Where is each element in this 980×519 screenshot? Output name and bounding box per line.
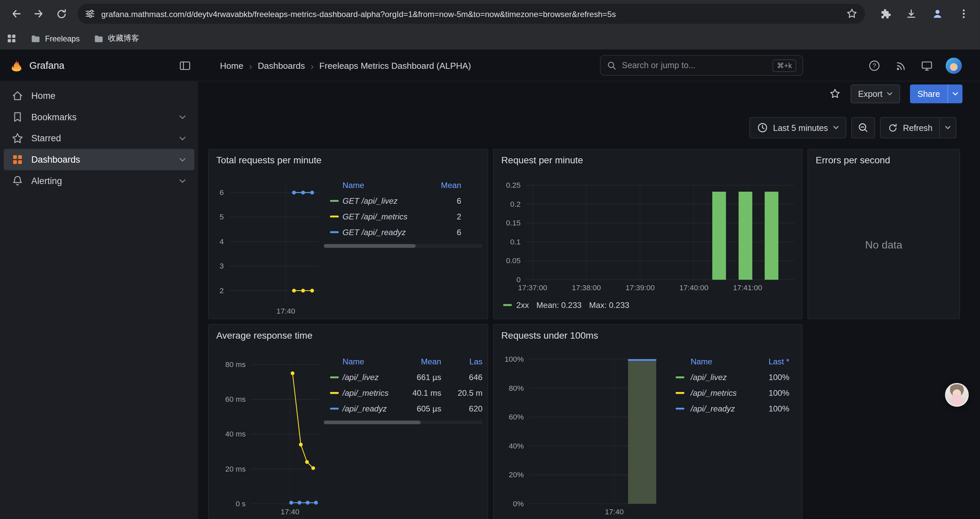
- panel-title[interactable]: Total requests per minute: [216, 155, 321, 165]
- legend-column-header[interactable]: Name: [342, 357, 364, 366]
- legend-cell: 6: [457, 227, 461, 236]
- search-input[interactable]: Search or jump to... ⌘+k: [600, 55, 803, 76]
- legend-row[interactable]: /api/_readyz100%: [670, 401, 795, 416]
- legend-cell: /api/_metrics: [690, 388, 737, 398]
- sidebar-item-label: Bookmarks: [31, 112, 77, 122]
- sidebar-item-dashboards[interactable]: Dashboards: [4, 149, 194, 170]
- refresh-button-group: Refresh: [880, 117, 956, 138]
- chevron-down-icon[interactable]: [180, 179, 186, 183]
- browser-actions: [873, 2, 975, 25]
- sidebar-toggle-icon[interactable]: [179, 59, 191, 72]
- series-color-swatch: [330, 392, 339, 394]
- legend-table: NameMeanGET /api/_livez6GET /api/_metric…: [324, 177, 483, 248]
- legend-row[interactable]: GET /api/_metrics2: [324, 208, 483, 224]
- sidebar-item-alerting[interactable]: Alerting: [4, 170, 194, 192]
- refresh-interval-chevron-icon[interactable]: [939, 118, 956, 137]
- panel-total-requests-per-minute: Total requests per minute 6543217:40Name…: [208, 149, 488, 319]
- grafana-logo[interactable]: [10, 58, 24, 72]
- panel-title[interactable]: Average response time: [216, 330, 313, 340]
- share-button[interactable]: Share: [910, 85, 963, 103]
- legend-row[interactable]: GET /api/_livez6: [324, 193, 483, 208]
- series-color-swatch: [503, 304, 512, 306]
- chevron-down-icon[interactable]: [180, 157, 186, 162]
- zoom-out-icon[interactable]: [851, 117, 875, 138]
- chevron-down-icon[interactable]: [180, 136, 186, 141]
- panel-title[interactable]: Request per minute: [501, 155, 583, 165]
- profile-icon[interactable]: [926, 2, 949, 25]
- panel-title[interactable]: Errors per second: [816, 155, 890, 165]
- share-menu-chevron-icon[interactable]: [948, 85, 963, 103]
- legend-row[interactable]: GET /api/_readyz6: [324, 224, 483, 240]
- legend-row[interactable]: /api/_metrics40.1 ms20.5 m: [324, 385, 483, 401]
- svg-text:80 ms: 80 ms: [225, 360, 245, 369]
- svg-text:0 s: 0 s: [235, 500, 245, 508]
- breadcrumb-separator: ›: [249, 61, 252, 71]
- site-settings-icon[interactable]: [85, 9, 95, 19]
- url-bar[interactable]: grafana.mathmast.com/d/deytv4rwavabkb/fr…: [77, 4, 865, 24]
- svg-text:0%: 0%: [513, 500, 524, 508]
- apps-grid-icon[interactable]: [6, 33, 17, 44]
- bookmark-folder-freeleaps[interactable]: Freeleaps: [31, 34, 80, 43]
- legend-scrollbar-thumb[interactable]: [324, 244, 416, 248]
- panel-body: 100%80%60%40%20%0%17:40NameLast */api/_l…: [494, 325, 802, 519]
- legend-row[interactable]: /api/_metrics100%: [670, 385, 795, 401]
- forward-icon[interactable]: [27, 2, 50, 25]
- user-avatar[interactable]: [946, 57, 962, 74]
- downloads-icon[interactable]: [900, 2, 922, 25]
- reload-icon[interactable]: [50, 2, 72, 25]
- legend-column-header[interactable]: Name: [342, 180, 364, 190]
- series-color-swatch: [330, 216, 339, 217]
- floating-avatar[interactable]: [945, 383, 969, 407]
- chart-canvas: 0.250.20.150.10.05017:37:0017:38:0017:39…: [494, 150, 803, 320]
- help-icon[interactable]: ?: [868, 59, 881, 72]
- legend-column-header[interactable]: Mean: [421, 357, 441, 366]
- refresh-button[interactable]: Refresh: [881, 118, 940, 137]
- svg-text:0: 0: [516, 276, 521, 284]
- panel-body: 6543217:40NameMeanGET /api/_livez6GET /a…: [209, 150, 488, 319]
- panel-errors-per-second: Errors per second No data: [808, 149, 960, 319]
- legend-row[interactable]: /api/_livez661 µs646: [324, 369, 483, 385]
- favorite-star-icon[interactable]: [829, 88, 841, 99]
- legend-item[interactable]: 2xx: [503, 300, 529, 310]
- refresh-icon: [887, 122, 898, 133]
- time-range-picker[interactable]: Last 5 minutes: [749, 117, 846, 138]
- svg-text:2: 2: [220, 287, 224, 295]
- legend-column-header[interactable]: Mean: [441, 180, 461, 190]
- browser-toolbar: grafana.mathmast.com/d/deytv4rwavabkb/fr…: [0, 0, 980, 27]
- legend-cell: /api/_metrics: [342, 388, 388, 398]
- svg-text:0.1: 0.1: [510, 238, 521, 246]
- folder-icon: [94, 34, 103, 43]
- svg-text:20 ms: 20 ms: [225, 465, 245, 473]
- sidebar-item-bookmarks[interactable]: Bookmarks: [4, 107, 194, 128]
- legend-column-header[interactable]: Last *: [768, 357, 789, 366]
- legend-cell: 40.1 ms: [412, 388, 441, 398]
- legend-column-header[interactable]: Name: [690, 357, 712, 366]
- chevron-down-icon[interactable]: [180, 115, 186, 119]
- bookmark-label: 收藏博客: [108, 33, 139, 44]
- legend-row[interactable]: /api/_livez100%: [670, 369, 795, 385]
- panel-title[interactable]: Requests under 100ms: [501, 330, 598, 340]
- news-rss-icon[interactable]: [894, 59, 907, 72]
- svg-text:4: 4: [220, 238, 224, 246]
- svg-text:17:38:00: 17:38:00: [572, 284, 601, 292]
- bookmark-star-icon[interactable]: [846, 8, 858, 19]
- legend-table: NameLast */api/_livez100%/api/_metrics10…: [670, 354, 795, 416]
- bookmark-folder-blog[interactable]: 收藏博客: [94, 33, 139, 44]
- menu-kebab-icon[interactable]: [953, 2, 975, 25]
- back-icon[interactable]: [5, 2, 27, 25]
- legend-scrollbar-thumb[interactable]: [324, 420, 421, 424]
- export-button[interactable]: Export: [851, 85, 900, 103]
- share-label[interactable]: Share: [910, 85, 947, 103]
- sidebar-item-home[interactable]: Home: [4, 85, 194, 107]
- legend-row[interactable]: /api/_readyz605 µs620: [324, 401, 483, 416]
- chevron-down-icon: [833, 126, 838, 129]
- chevron-down-icon: [887, 92, 892, 96]
- series-color-swatch: [330, 231, 339, 233]
- sidebar-item-starred[interactable]: Starred: [4, 128, 194, 149]
- breadcrumb-home[interactable]: Home: [220, 61, 243, 71]
- breadcrumb-dashboards[interactable]: Dashboards: [258, 61, 305, 71]
- legend-column-header[interactable]: Las: [469, 357, 482, 366]
- extensions-icon[interactable]: [873, 2, 896, 25]
- kiosk-monitor-icon[interactable]: [920, 59, 934, 72]
- dashboards-grid-icon: [11, 153, 24, 166]
